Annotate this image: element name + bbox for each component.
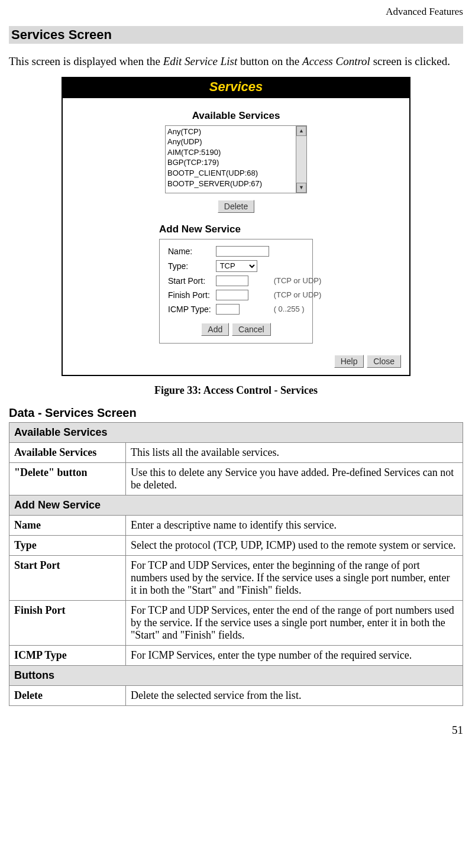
add-button[interactable]: Add [201,323,229,336]
row-desc: For TCP and UDP Services, enter the end … [126,600,463,645]
row-label: ICMP Type [9,645,126,665]
list-item[interactable]: BOOTP_SERVER(UDP:67) [167,179,294,189]
help-button[interactable]: Help [334,355,364,368]
services-listbox[interactable]: Any(TCP) Any(UDP) AIM(TCP:5190) BGP(TCP:… [165,125,307,193]
cancel-button[interactable]: Cancel [232,323,271,336]
finish-port-field[interactable] [216,290,248,300]
list-item[interactable]: BGP(TCP:179) [167,157,294,168]
row-label: Start Port [9,555,126,600]
row-desc: Enter a descriptive name to identify thi… [126,515,463,535]
delete-button[interactable]: Delete [218,200,254,213]
row-desc: Select the protocol (TCP, UDP, ICMP) use… [126,535,463,555]
row-desc: Use this to delete any Service you have … [126,462,463,495]
row-desc: For TCP and UDP Services, enter the begi… [126,555,463,600]
window-title: Services [63,78,409,98]
data-heading: Data - Services Screen [9,406,463,420]
finish-port-hint: (TCP or UDP) [271,288,324,302]
finish-port-label: Finish Port: [166,288,214,302]
scroll-up-icon[interactable]: ▲ [296,126,306,136]
intro-post: screen is clicked. [370,55,450,67]
group-header: Add New Service [9,495,463,515]
group-header: Available Services [9,422,463,442]
icmp-type-label: ICMP Type: [166,302,214,316]
icmp-hint: ( 0..255 ) [271,302,324,316]
row-desc: This lists all the available services. [126,442,463,462]
section-heading: Services Screen [9,26,463,44]
list-item[interactable]: Any(TCP) [167,127,294,137]
start-port-hint: (TCP or UDP) [271,274,324,288]
add-service-panel: Name: Type: TCP Start Port: (TCP or UDP)… [159,239,313,344]
type-select[interactable]: TCP [216,260,257,272]
close-button[interactable]: Close [367,355,401,368]
row-label: Type [9,535,126,555]
start-port-field[interactable] [216,276,248,286]
row-label: "Delete" button [9,462,126,495]
row-label: Finish Port [9,600,126,645]
row-label: Available Services [9,442,126,462]
intro-em1: Edit Service List [163,55,238,67]
list-item[interactable]: AIM(TCP:5190) [167,147,294,158]
row-label: Delete [9,685,126,705]
figure-screenshot: Services Available Services Any(TCP) Any… [62,77,410,376]
name-label: Name: [166,244,214,258]
intro-pre: This screen is displayed when the [9,55,163,67]
type-label: Type: [166,258,214,274]
row-label: Name [9,515,126,535]
list-item[interactable]: BOOTP_CLIENT(UDP:68) [167,168,294,179]
page-header: Advanced Features [9,6,463,18]
start-port-label: Start Port: [166,274,214,288]
group-header: Buttons [9,665,463,685]
name-field[interactable] [216,246,269,257]
add-new-service-label: Add New Service [159,224,313,235]
intro-text: This screen is displayed when the Edit S… [9,55,463,69]
intro-em2: Access Control [302,55,370,67]
row-desc: For ICMP Services, enter the type number… [126,645,463,665]
list-item[interactable]: Any(UDP) [167,137,294,147]
available-services-label: Available Services [69,110,403,122]
intro-mid: button on the [237,55,302,67]
scroll-down-icon[interactable]: ▼ [296,183,306,193]
icmp-type-field[interactable] [216,304,240,315]
page-number: 51 [9,724,463,737]
figure-caption: Figure 33: Access Control - Services [9,384,463,397]
row-desc: Delete the selected service from the lis… [126,685,463,705]
data-table: Available Services Available Services Th… [9,422,463,706]
scrollbar[interactable]: ▲ ▼ [296,126,306,193]
